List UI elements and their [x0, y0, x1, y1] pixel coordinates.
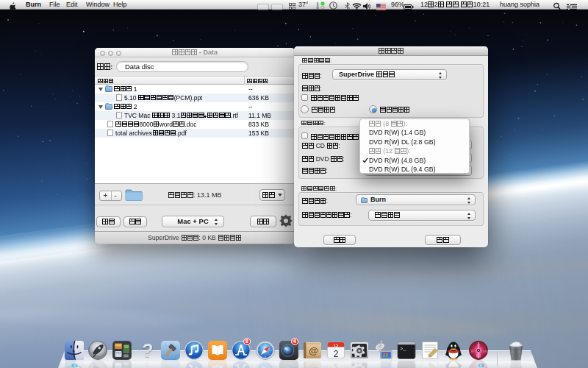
svg-text:2: 2: [334, 361, 339, 368]
svg-text:@: @: [309, 364, 318, 368]
svg-text:@: @: [309, 345, 318, 356]
svg-text:III: III: [471, 350, 474, 353]
svg-text:DVD: DVD: [483, 350, 488, 353]
svg-text:>_: >_: [400, 346, 406, 352]
svg-text:2: 2: [334, 349, 339, 359]
svg-text:12: 12: [334, 344, 339, 348]
